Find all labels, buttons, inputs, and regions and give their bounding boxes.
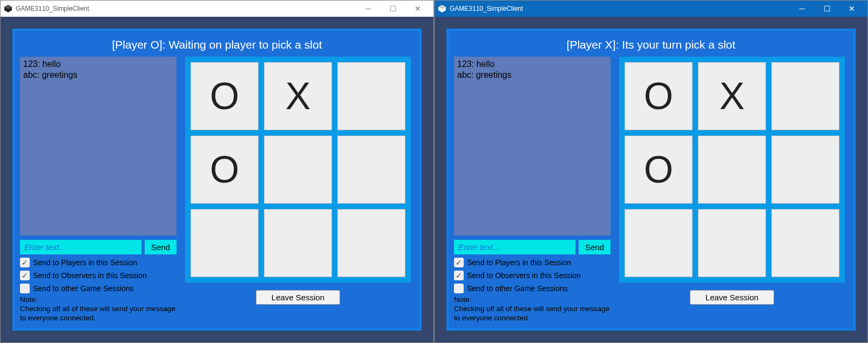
board-cell-5[interactable] (771, 136, 839, 204)
board-cell-2[interactable] (337, 62, 405, 130)
check-other-sessions[interactable]: Send to other Game Sessions (20, 284, 177, 293)
chat-log[interactable]: 123: hello abc: greetings (20, 57, 177, 236)
note-text: Note: Checking off all of these will sen… (20, 295, 177, 323)
board-cell-3[interactable]: O (625, 136, 693, 204)
game-panel: [Player O]: Waiting on player to pick a … (12, 29, 422, 331)
client-area: [Player O]: Waiting on player to pick a … (1, 17, 433, 342)
close-button[interactable]: ✕ (405, 1, 430, 17)
tictactoe-board: O X O (185, 57, 411, 283)
board-cell-5[interactable] (337, 136, 405, 204)
chat-input-row: Send (454, 240, 611, 254)
check-players[interactable]: ✓ Send to Players in this Session (20, 258, 177, 267)
check-other-sessions[interactable]: Send to other Game Sessions (454, 284, 611, 293)
note-body: Checking off all of these will send your… (20, 305, 175, 322)
body-row: 123: hello abc: greetings Send ✓ Send to… (20, 57, 414, 323)
checkbox-icon[interactable] (20, 284, 30, 293)
window-title: GAME3110_SimpleClient (450, 5, 790, 12)
maximize-button[interactable]: ☐ (815, 1, 839, 17)
status-text: [Player O]: Waiting on player to pick a … (20, 35, 414, 57)
check-label: Send to Players in this Session (467, 258, 571, 267)
leave-session-button[interactable]: Leave Session (256, 290, 340, 305)
client-window-right: GAME3110_SimpleClient ─ ☐ ✕ [Player X]: … (434, 0, 868, 343)
board-cell-1[interactable]: X (264, 62, 332, 130)
note-title: Note: (454, 295, 471, 304)
minimize-button[interactable]: ─ (790, 1, 815, 17)
board-cell-7[interactable] (698, 209, 766, 277)
checkbox-icon[interactable]: ✓ (20, 271, 30, 280)
chat-log[interactable]: 123: hello abc: greetings (454, 57, 611, 236)
check-label: Send to Observers in this Session (33, 271, 147, 280)
check-label: Send to other Game Sessions (33, 284, 134, 293)
minimize-button[interactable]: ─ (356, 1, 381, 17)
check-observers[interactable]: ✓ Send to Observers in this Session (454, 271, 611, 280)
window-controls: ─ ☐ ✕ (356, 1, 430, 17)
chat-line: 123: hello (457, 59, 607, 70)
check-label: Send to Observers in this Session (467, 271, 581, 280)
check-label: Send to other Game Sessions (467, 284, 568, 293)
note-text: Note: Checking off all of these will sen… (454, 295, 611, 323)
board-cell-1[interactable]: X (698, 62, 766, 130)
leave-session-button[interactable]: Leave Session (690, 290, 774, 305)
window-controls: ─ ☐ ✕ (790, 1, 864, 17)
chat-column: 123: hello abc: greetings Send ✓ Send to… (454, 57, 611, 323)
tictactoe-board: O X O (619, 57, 845, 283)
note-body: Checking off all of these will send your… (454, 305, 609, 322)
board-cell-2[interactable] (771, 62, 839, 130)
window-title: GAME3110_SimpleClient (16, 5, 356, 12)
chat-line: abc: greetings (23, 70, 173, 80)
checkbox-icon[interactable] (454, 284, 464, 293)
board-cell-6[interactable] (625, 209, 693, 277)
board-column: O X O Leave Session (616, 57, 848, 323)
note-title: Note: (20, 295, 37, 304)
checkbox-icon[interactable]: ✓ (20, 258, 30, 267)
unity-icon (4, 4, 12, 13)
board-column: O X O Leave Session (182, 57, 414, 323)
check-observers[interactable]: ✓ Send to Observers in this Session (20, 271, 177, 280)
checkbox-icon[interactable]: ✓ (454, 258, 464, 267)
send-button[interactable]: Send (579, 240, 611, 254)
board-cell-7[interactable] (264, 209, 332, 277)
status-text: [Player X]: Its your turn pick a slot (454, 35, 848, 57)
board-cell-0[interactable]: O (191, 62, 259, 130)
client-window-left: GAME3110_SimpleClient ─ ☐ ✕ [Player O]: … (0, 0, 434, 343)
chat-column: 123: hello abc: greetings Send ✓ Send to… (20, 57, 177, 323)
maximize-button[interactable]: ☐ (381, 1, 405, 17)
board-cell-3[interactable]: O (191, 136, 259, 204)
unity-icon (438, 4, 446, 13)
board-cell-8[interactable] (771, 209, 839, 277)
board-cell-4[interactable] (264, 136, 332, 204)
game-panel: [Player X]: Its your turn pick a slot 12… (446, 29, 856, 331)
chat-input[interactable] (20, 240, 141, 254)
chat-input-row: Send (20, 240, 177, 254)
board-cell-6[interactable] (191, 209, 259, 277)
board-cell-0[interactable]: O (625, 62, 693, 130)
check-players[interactable]: ✓ Send to Players in this Session (454, 258, 611, 267)
send-button[interactable]: Send (145, 240, 177, 254)
chat-line: abc: greetings (457, 70, 607, 80)
body-row: 123: hello abc: greetings Send ✓ Send to… (454, 57, 848, 323)
checkbox-icon[interactable]: ✓ (454, 271, 464, 280)
chat-line: 123: hello (23, 59, 173, 70)
close-button[interactable]: ✕ (839, 1, 864, 17)
titlebar[interactable]: GAME3110_SimpleClient ─ ☐ ✕ (435, 1, 867, 17)
board-cell-4[interactable] (698, 136, 766, 204)
client-area: [Player X]: Its your turn pick a slot 12… (435, 17, 867, 342)
board-cell-8[interactable] (337, 209, 405, 277)
titlebar[interactable]: GAME3110_SimpleClient ─ ☐ ✕ (1, 1, 433, 17)
check-label: Send to Players in this Session (33, 258, 137, 267)
chat-input[interactable] (454, 240, 575, 254)
